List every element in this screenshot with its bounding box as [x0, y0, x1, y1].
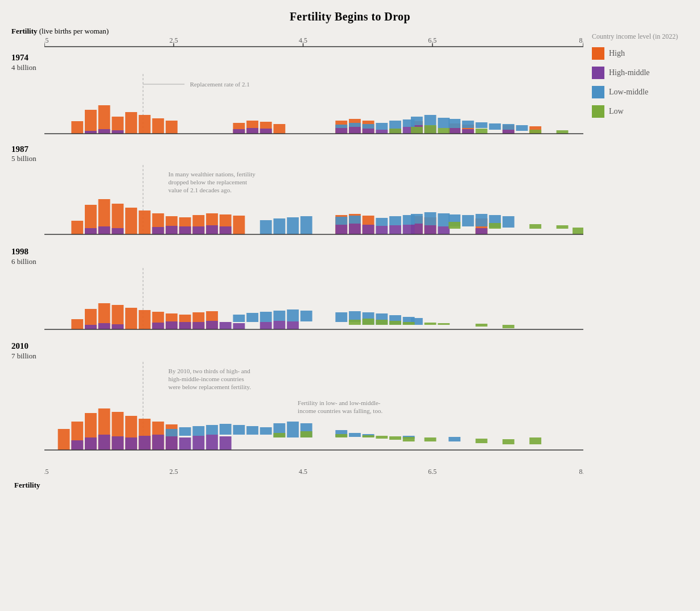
svg-text:2.5: 2.5: [170, 38, 178, 44]
svg-rect-37: [233, 129, 245, 134]
svg-rect-206: [125, 437, 137, 450]
svg-rect-226: [349, 433, 361, 437]
svg-rect-54: [376, 123, 388, 130]
svg-rect-161: [260, 322, 272, 329]
svg-rect-216: [192, 426, 204, 436]
svg-rect-101: [166, 226, 178, 234]
legend-color-high: [592, 47, 604, 60]
svg-rect-181: [403, 322, 415, 325]
svg-rect-215: [179, 427, 191, 436]
legend-color-low-middle: [592, 86, 604, 98]
svg-rect-25: [273, 124, 285, 134]
svg-rect-160: [233, 323, 245, 329]
x-axis-bottom-container: 0.5 2.5 4.5 6.5 8.5: [44, 466, 583, 480]
svg-rect-42: [363, 129, 374, 134]
svg-rect-41: [349, 127, 361, 134]
svg-rect-223: [287, 422, 299, 437]
histogram-2010: By 2010, two thirds of high- and high-mi…: [44, 362, 583, 461]
histogram-1998: [44, 268, 583, 336]
svg-rect-158: [206, 321, 218, 329]
svg-rect-102: [179, 226, 191, 234]
svg-rect-151: [85, 325, 97, 329]
legend-label-low: Low: [609, 107, 624, 116]
histogram-1974: Replacement rate of 2.1: [44, 74, 583, 139]
x-axis-top-svg: 0.5 2.5 4.5 6.5 8.5: [44, 38, 583, 48]
svg-rect-213: [220, 436, 232, 450]
svg-rect-113: [425, 225, 437, 234]
panel-1987: 1987 5 billion: [11, 144, 583, 242]
svg-rect-97: [85, 228, 97, 234]
pop-1974: 4 billion: [11, 63, 36, 72]
svg-rect-233: [363, 435, 374, 437]
svg-rect-205: [112, 436, 123, 450]
svg-rect-39: [260, 129, 272, 134]
svg-rect-145: [139, 310, 151, 329]
panel-1974: 1974 4 billion Replacement rate of 2.1: [11, 52, 583, 139]
panel-1998: 1998 6 billion: [11, 246, 583, 336]
x-axis-label: Fertility: [14, 481, 583, 490]
legend: Country income level (in 2022) High High…: [583, 27, 689, 490]
svg-rect-164: [233, 315, 245, 322]
svg-rect-117: [273, 218, 285, 234]
svg-text:By 2010, two thirds of high- a: By 2010, two thirds of high- and: [168, 368, 250, 374]
svg-rect-202: [71, 440, 83, 450]
svg-rect-36: [112, 130, 123, 134]
svg-rect-130: [476, 214, 488, 226]
svg-rect-99: [112, 228, 123, 234]
svg-rect-15: [85, 110, 97, 134]
svg-rect-104: [206, 225, 218, 234]
svg-text:0.5: 0.5: [44, 38, 49, 44]
svg-rect-237: [425, 437, 437, 441]
svg-rect-19: [139, 115, 151, 134]
svg-rect-14: [71, 121, 83, 134]
svg-rect-211: [192, 436, 204, 450]
svg-rect-234: [376, 436, 388, 439]
svg-text:8.5: 8.5: [579, 38, 584, 44]
fertility-desc: (live births per woman): [37, 27, 109, 35]
svg-rect-65: [516, 125, 528, 131]
svg-rect-183: [438, 323, 450, 325]
svg-rect-184: [476, 324, 488, 327]
svg-rect-63: [489, 123, 501, 130]
svg-rect-35: [98, 129, 110, 134]
svg-rect-58: [425, 115, 437, 126]
svg-rect-212: [206, 435, 218, 450]
svg-text:6.5: 6.5: [428, 38, 437, 44]
svg-rect-120: [335, 217, 347, 225]
svg-rect-118: [287, 217, 299, 234]
svg-rect-137: [573, 228, 583, 234]
year-1998: 1998: [11, 247, 28, 256]
svg-rect-154: [152, 323, 164, 329]
svg-rect-18: [125, 112, 137, 134]
legend-item-high-middle: High-middle: [592, 67, 689, 79]
year-1987: 1987: [11, 145, 28, 154]
bars-svg-1987: In many wealthier nations, fertility dro…: [44, 165, 583, 242]
svg-rect-98: [98, 226, 110, 234]
legend-label-low-middle: Low-middle: [609, 88, 648, 97]
svg-rect-59: [438, 118, 450, 128]
svg-rect-134: [489, 223, 501, 229]
svg-rect-82: [125, 208, 137, 234]
svg-rect-132: [503, 216, 514, 228]
svg-rect-78: [71, 221, 83, 234]
fertility-label: Fertility: [11, 27, 37, 35]
svg-rect-163: [287, 321, 299, 329]
svg-rect-236: [403, 437, 415, 441]
svg-rect-209: [166, 436, 178, 450]
svg-rect-169: [300, 311, 312, 321]
svg-rect-239: [503, 439, 514, 444]
bars-svg-1998: [44, 268, 583, 336]
svg-text:In many wealthier nations, fer: In many wealthier nations, fertility: [168, 171, 256, 177]
svg-rect-90: [233, 216, 245, 234]
svg-rect-180: [389, 321, 401, 325]
svg-rect-144: [125, 308, 137, 329]
svg-rect-220: [246, 426, 258, 435]
svg-rect-229: [448, 437, 460, 441]
svg-rect-240: [529, 437, 541, 444]
svg-rect-107: [349, 224, 361, 234]
chart-container: Fertility Begins to Drop Fertility (live…: [0, 0, 700, 611]
svg-rect-49: [462, 129, 474, 134]
svg-rect-64: [503, 124, 514, 130]
svg-text:Replacement rate of 2.1: Replacement rate of 2.1: [190, 81, 250, 88]
svg-rect-193: [58, 429, 70, 450]
